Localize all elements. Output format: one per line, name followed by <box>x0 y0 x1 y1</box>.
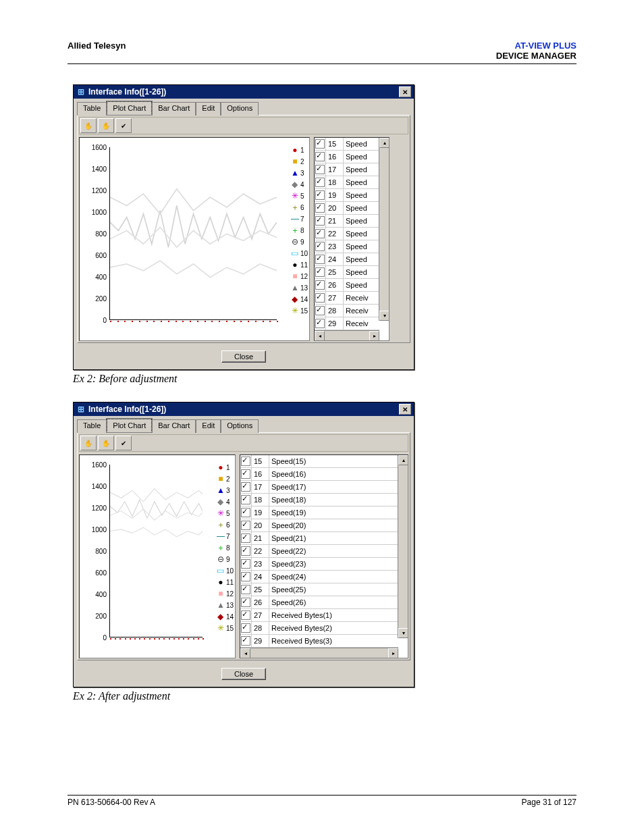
hscrollbar[interactable]: ◂ ▸ <box>240 648 398 658</box>
series-row[interactable]: 23Speed(23) <box>240 558 398 571</box>
tab-plot-chart[interactable]: Plot Chart <box>107 419 152 432</box>
series-checkbox[interactable] <box>315 229 325 238</box>
series-checkbox[interactable] <box>241 636 250 646</box>
tab-table[interactable]: Table <box>77 419 107 433</box>
series-row[interactable]: 16Speed(16) <box>240 468 398 481</box>
series-row[interactable]: 20Speed(20) <box>240 519 398 532</box>
series-checkbox[interactable] <box>315 319 325 328</box>
series-checkbox[interactable] <box>241 546 250 556</box>
scroll-down-icon[interactable]: ▾ <box>398 628 408 638</box>
series-checkbox[interactable] <box>315 152 325 161</box>
series-checkbox[interactable] <box>241 533 250 543</box>
close-button[interactable]: Close <box>221 668 266 680</box>
vscrollbar[interactable]: ▴ ▾ <box>379 138 389 321</box>
series-row[interactable]: 20Speed <box>315 202 379 215</box>
tab-plot-chart[interactable]: Plot Chart <box>107 101 152 115</box>
series-checkbox[interactable] <box>241 559 250 569</box>
series-row[interactable]: 18Speed(18) <box>240 494 398 506</box>
titlebar[interactable]: ⊞ Interface Info([1-26]) ✕ <box>74 402 414 416</box>
scroll-up-icon[interactable]: ▴ <box>398 455 408 465</box>
titlebar[interactable]: ⊞ Interface Info([1-26]) ✕ <box>74 85 414 99</box>
series-checkbox[interactable] <box>315 139 325 149</box>
tab-bar-chart[interactable]: Bar Chart <box>152 102 196 115</box>
series-checkbox[interactable] <box>315 178 325 187</box>
tab-options[interactable]: Options <box>221 419 259 433</box>
scroll-up-icon[interactable]: ▴ <box>379 138 389 148</box>
series-row[interactable]: 22Speed <box>315 228 379 240</box>
tab-table[interactable]: Table <box>77 102 107 115</box>
close-icon[interactable]: ✕ <box>399 86 411 97</box>
close-icon[interactable]: ✕ <box>399 404 411 415</box>
series-checkbox[interactable] <box>241 610 250 620</box>
series-row[interactable]: 19Speed(19) <box>240 506 398 519</box>
series-row[interactable]: 17Speed(17) <box>240 481 398 494</box>
series-checkbox[interactable] <box>315 165 325 174</box>
tab-options[interactable]: Options <box>221 102 259 115</box>
series-checkbox[interactable] <box>315 255 325 264</box>
tool-hand-left-icon[interactable]: ✋ <box>80 436 97 450</box>
tool-check-icon[interactable]: ✔ <box>115 118 132 133</box>
series-row[interactable]: 17Speed <box>315 163 379 176</box>
chart-legend: ●1■2▲3◆4✳5＋6—7＋8⊖9▭10●11■12▲13◆14✳15 <box>217 462 234 634</box>
tab-bar-chart[interactable]: Bar Chart <box>152 419 196 433</box>
series-checkbox[interactable] <box>241 521 250 530</box>
series-row[interactable]: 27Received Bytes(1) <box>240 609 398 622</box>
series-checkbox[interactable] <box>241 572 250 581</box>
tab-edit[interactable]: Edit <box>196 419 221 433</box>
series-number: 22 <box>326 228 344 240</box>
series-row[interactable]: 27Receiv <box>315 292 379 305</box>
tool-hand-right-icon[interactable]: ✋ <box>98 118 114 133</box>
series-number: 24 <box>326 253 344 265</box>
close-button[interactable]: Close <box>221 350 266 363</box>
series-row[interactable]: 21Speed(21) <box>240 532 398 545</box>
series-row[interactable]: 28Received Bytes(2) <box>240 622 398 635</box>
series-row[interactable]: 26Speed(26) <box>240 596 398 609</box>
series-checkbox[interactable] <box>241 623 250 633</box>
scroll-left-icon[interactable]: ◂ <box>240 648 250 658</box>
series-number: 16 <box>252 468 269 480</box>
scroll-left-icon[interactable]: ◂ <box>315 331 325 341</box>
series-checkbox[interactable] <box>241 469 250 479</box>
scroll-right-icon[interactable]: ▸ <box>369 331 379 341</box>
scroll-down-icon[interactable]: ▾ <box>379 311 389 321</box>
series-row[interactable]: 19Speed <box>315 189 379 202</box>
scroll-right-icon[interactable]: ▸ <box>388 648 398 658</box>
series-label: Speed(24) <box>269 571 398 583</box>
series-row[interactable]: 15Speed <box>315 138 379 151</box>
series-row[interactable]: 25Speed(25) <box>240 583 398 596</box>
series-row[interactable]: 29Receiv <box>315 317 379 330</box>
series-checkbox[interactable] <box>241 482 250 492</box>
series-row[interactable]: 21Speed <box>315 215 379 228</box>
series-checkbox[interactable] <box>241 457 250 466</box>
series-row[interactable]: 29Received Bytes(3) <box>240 635 398 648</box>
series-row[interactable]: 28Receiv <box>315 305 379 317</box>
vscrollbar[interactable]: ▴ ▾ <box>398 455 408 638</box>
series-row[interactable]: 22Speed(22) <box>240 545 398 558</box>
series-checkbox[interactable] <box>315 267 325 277</box>
series-row[interactable]: 23Speed <box>315 240 379 253</box>
series-row[interactable]: 18Speed <box>315 176 379 189</box>
series-checkbox[interactable] <box>315 242 325 251</box>
hscrollbar[interactable]: ◂ ▸ <box>315 330 379 340</box>
series-checkbox[interactable] <box>241 585 250 594</box>
legend-label: 13 <box>300 282 308 294</box>
series-checkbox[interactable] <box>315 216 325 226</box>
series-checkbox[interactable] <box>241 508 250 517</box>
series-checkbox[interactable] <box>315 293 325 303</box>
series-row[interactable]: 16Speed <box>315 151 379 163</box>
series-checkbox[interactable] <box>315 306 325 315</box>
series-checkbox[interactable] <box>241 598 250 607</box>
series-row[interactable]: 25Speed <box>315 266 379 279</box>
series-checkbox[interactable] <box>315 280 325 290</box>
series-checkbox[interactable] <box>241 495 250 504</box>
series-checkbox[interactable] <box>315 190 325 200</box>
series-row[interactable]: 15Speed(15) <box>240 455 398 468</box>
series-row[interactable]: 26Speed <box>315 279 379 292</box>
tab-edit[interactable]: Edit <box>196 102 221 115</box>
tool-hand-right-icon[interactable]: ✋ <box>98 436 114 450</box>
series-row[interactable]: 24Speed(24) <box>240 571 398 583</box>
series-row[interactable]: 24Speed <box>315 253 379 266</box>
series-checkbox[interactable] <box>315 203 325 213</box>
tool-check-icon[interactable]: ✔ <box>115 436 132 450</box>
tool-hand-left-icon[interactable]: ✋ <box>80 118 97 133</box>
